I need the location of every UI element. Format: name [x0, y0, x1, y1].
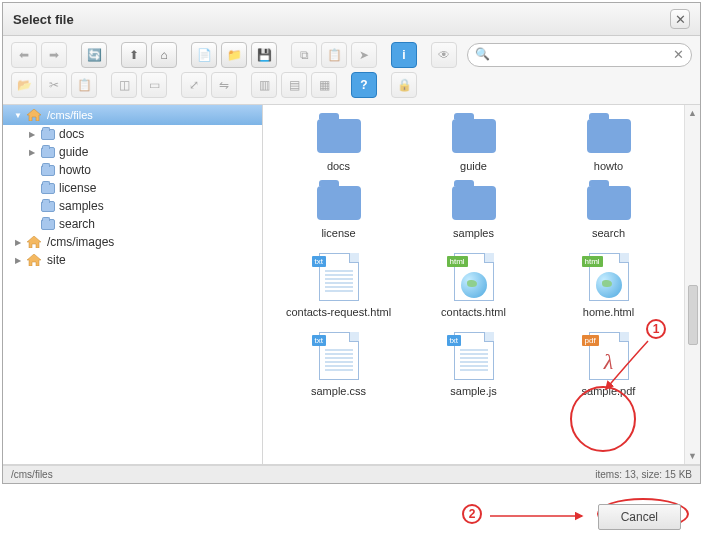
pointer-icon: ➤	[359, 48, 369, 62]
folder-icon	[452, 119, 496, 153]
tree-item-howto[interactable]: ▶howto	[27, 161, 262, 179]
svg-marker-1	[27, 236, 41, 248]
chevron-right-icon: ▶	[13, 256, 23, 265]
flip-icon: ⇋	[219, 78, 229, 92]
arrow-up-icon: ⬆	[129, 48, 139, 62]
paste-button[interactable]: 📋	[321, 42, 347, 68]
folder-icon	[41, 165, 55, 176]
copy-button[interactable]: ⧉	[291, 42, 317, 68]
cancel-button[interactable]: Cancel	[598, 504, 681, 530]
toolbar: ⬅ ➡ 🔄 ⬆ ⌂ 📄 📁 💾 ⧉ 📋 ➤ i 👁 🔍 ✕	[3, 36, 700, 105]
tree-item-docs[interactable]: ▶docs	[27, 125, 262, 143]
panel1-button[interactable]: ▥	[251, 72, 277, 98]
grid-item-label: license	[321, 227, 355, 239]
scroll-thumb[interactable]	[688, 285, 698, 345]
folder-icon	[317, 186, 361, 220]
panel3-icon: ▦	[319, 78, 330, 92]
grid-item-home[interactable]: htmlhome.html	[544, 253, 674, 318]
tree-root-children: ▶docs ▶guide ▶howto ▶license ▶samples ▶s…	[13, 125, 262, 233]
tree-item-license[interactable]: ▶license	[27, 179, 262, 197]
tree-item-search[interactable]: ▶search	[27, 215, 262, 233]
close-button[interactable]: ✕	[670, 9, 690, 29]
resize-icon: ⤢	[189, 78, 199, 92]
tree-item-site[interactable]: ▶site	[13, 251, 262, 269]
grid-item-license[interactable]: license	[274, 186, 404, 239]
svg-marker-2	[27, 254, 41, 266]
status-info: items: 13, size: 15 KB	[595, 469, 692, 480]
new-file-icon: 📄	[197, 48, 212, 62]
open-button[interactable]: 📂	[11, 72, 37, 98]
grid-item-label: contacts.html	[441, 306, 506, 318]
info-icon: i	[402, 48, 405, 62]
grid-item-sample-js[interactable]: txtsample.js	[409, 332, 539, 397]
grid-item-label: contacts-request.html	[286, 306, 391, 318]
vertical-scrollbar[interactable]: ▲ ▼	[684, 105, 700, 464]
tree-item-images[interactable]: ▶/cms/images	[13, 233, 262, 251]
info-button[interactable]: i	[391, 42, 417, 68]
zoom-button[interactable]: ▭	[141, 72, 167, 98]
new-file-button[interactable]: 📄	[191, 42, 217, 68]
status-path: /cms/files	[11, 469, 53, 480]
titlebar: Select file ✕	[3, 3, 700, 36]
search-input[interactable]	[467, 43, 692, 67]
grid-item-label: home.html	[583, 306, 634, 318]
grid-item-label: howto	[594, 160, 623, 172]
clipboard-icon: 📋	[77, 78, 92, 92]
paste-icon: 📋	[327, 48, 342, 62]
flip-button[interactable]: ⇋	[211, 72, 237, 98]
tree-item-label: docs	[59, 127, 84, 141]
preview-button[interactable]: 👁	[431, 42, 457, 68]
status-bar: /cms/files items: 13, size: 15 KB	[3, 465, 700, 483]
home-button[interactable]: ⌂	[151, 42, 177, 68]
file-grid: docs guide howto license samples search …	[263, 105, 684, 421]
help-button[interactable]: ?	[351, 72, 377, 98]
folder-icon	[317, 119, 361, 153]
tree-item-guide[interactable]: ▶guide	[27, 143, 262, 161]
clear-search-button[interactable]: ✕	[673, 47, 684, 62]
new-folder-button[interactable]: 📁	[221, 42, 247, 68]
grid-item-label: sample.css	[311, 385, 366, 397]
grid-item-label: sample.js	[450, 385, 496, 397]
crop-button[interactable]: ◫	[111, 72, 137, 98]
grid-item-guide[interactable]: guide	[409, 119, 539, 172]
panel3-button[interactable]: ▦	[311, 72, 337, 98]
folder-icon	[41, 183, 55, 194]
search-icon: 🔍	[475, 47, 490, 61]
tree-body: ▶docs ▶guide ▶howto ▶license ▶samples ▶s…	[3, 125, 262, 269]
svg-marker-0	[27, 109, 41, 121]
refresh-button[interactable]: 🔄	[81, 42, 107, 68]
save-button[interactable]: 💾	[251, 42, 277, 68]
arrow-left-icon: ⬅	[19, 48, 29, 62]
back-button[interactable]: ⬅	[11, 42, 37, 68]
cut-button[interactable]: ✂	[41, 72, 67, 98]
paste2-button[interactable]: 📋	[71, 72, 97, 98]
scroll-down-icon: ▼	[685, 448, 700, 464]
grid-item-contacts-request[interactable]: txtcontacts-request.html	[274, 253, 404, 318]
chevron-right-icon: ▶	[27, 148, 37, 157]
new-folder-icon: 📁	[227, 48, 242, 62]
tree-root-label: /cms/files	[47, 109, 93, 121]
grid-item-samples[interactable]: samples	[409, 186, 539, 239]
folder-icon	[452, 186, 496, 220]
reload-icon: 🔄	[87, 48, 102, 62]
grid-item-contacts[interactable]: htmlcontacts.html	[409, 253, 539, 318]
lock-button[interactable]: 🔒	[391, 72, 417, 98]
panel2-button[interactable]: ▤	[281, 72, 307, 98]
select-button[interactable]: ➤	[351, 42, 377, 68]
tree-root[interactable]: ▼ /cms/files	[3, 105, 262, 125]
grid-item-docs[interactable]: docs	[274, 119, 404, 172]
grid-item-search[interactable]: search	[544, 186, 674, 239]
toolbar-row-1: ⬅ ➡ 🔄 ⬆ ⌂ 📄 📁 💾 ⧉ 📋 ➤ i 👁 🔍 ✕	[11, 42, 692, 68]
tree-item-samples[interactable]: ▶samples	[27, 197, 262, 215]
forward-button[interactable]: ➡	[41, 42, 67, 68]
up-button[interactable]: ⬆	[121, 42, 147, 68]
resize-button[interactable]: ⤢	[181, 72, 207, 98]
home-icon	[27, 236, 41, 248]
scroll-track	[685, 121, 700, 448]
tree-item-label: search	[59, 217, 95, 231]
grid-item-sample-css[interactable]: txtsample.css	[274, 332, 404, 397]
grid-item-howto[interactable]: howto	[544, 119, 674, 172]
select-file-dialog: Select file ✕ ⬅ ➡ 🔄 ⬆ ⌂ 📄 📁 💾 ⧉ 📋 ➤ i 👁 …	[2, 2, 701, 484]
home-icon	[27, 254, 41, 266]
panel1-icon: ▥	[259, 78, 270, 92]
